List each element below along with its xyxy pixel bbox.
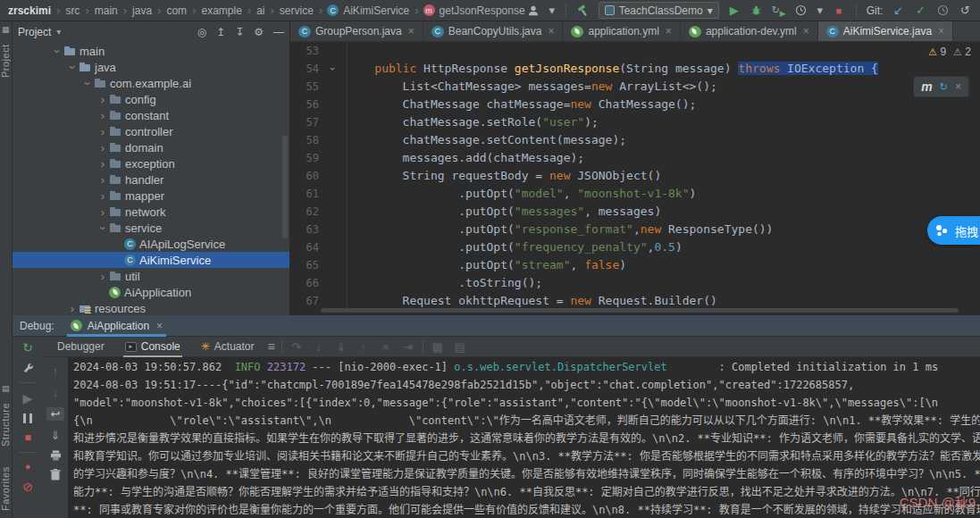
- view-breakpoints-icon[interactable]: ●: [25, 461, 31, 472]
- editor-tab[interactable]: application-dev.yml×: [681, 21, 818, 41]
- close-icon[interactable]: ×: [666, 25, 672, 38]
- chevron-right-icon[interactable]: ›: [96, 157, 109, 171]
- breadcrumb-item[interactable]: java: [131, 4, 153, 17]
- debug-tab-debugger[interactable]: Debugger: [50, 337, 112, 357]
- stop-button-debug[interactable]: ■: [24, 431, 30, 444]
- hide-panel-icon[interactable]: —: [273, 26, 284, 38]
- resume-button[interactable]: ▶: [23, 391, 33, 405]
- tree-item-config[interactable]: ›config: [13, 91, 289, 107]
- chevron-right-icon[interactable]: ›: [66, 302, 79, 315]
- run-with-coverage-button[interactable]: ↻▶: [772, 4, 786, 18]
- tree-item-handler[interactable]: ›handler: [13, 171, 289, 188]
- chevron-down-icon[interactable]: ›: [51, 45, 64, 57]
- debug-tab-actuator[interactable]: ✳Actuator: [194, 337, 262, 357]
- tree-item-aiapplication[interactable]: AiApplication: [13, 284, 289, 300]
- close-icon[interactable]: ×: [408, 25, 415, 38]
- tool-button-structure[interactable]: Structure: [0, 395, 13, 454]
- tree-item-domain[interactable]: ›domain: [13, 139, 289, 155]
- soft-wrap-icon[interactable]: ↩: [46, 407, 64, 421]
- pause-button[interactable]: [23, 414, 32, 423]
- tree-item-mapper[interactable]: ›mapper: [13, 188, 289, 204]
- debug-settings-wrench-icon[interactable]: [22, 363, 34, 374]
- chevron-down-icon[interactable]: ›: [96, 221, 110, 234]
- locate-file-icon[interactable]: ◎: [197, 26, 206, 38]
- chevron-down-icon[interactable]: ›: [81, 77, 95, 89]
- chevron-right-icon[interactable]: ›: [96, 125, 109, 138]
- tree-item-controller[interactable]: ›controller: [13, 123, 289, 139]
- rerun-button[interactable]: ↻: [22, 340, 33, 355]
- close-icon[interactable]: ×: [955, 80, 961, 93]
- breadcrumb-item[interactable]: example: [200, 4, 242, 17]
- expand-all-icon[interactable]: ↥: [216, 26, 225, 38]
- close-icon[interactable]: ×: [938, 25, 944, 38]
- git-history-button[interactable]: [935, 4, 950, 18]
- drag-assistant-button[interactable]: 拖拽: [927, 216, 980, 245]
- tree-item-main[interactable]: ›main: [13, 43, 289, 59]
- translate-widget[interactable]: m ↻ ×: [913, 76, 969, 97]
- debug-tab-console[interactable]: ▸Console: [118, 337, 188, 357]
- breadcrumb-item[interactable]: com: [165, 4, 188, 17]
- tree-item-constant[interactable]: ›constant: [13, 107, 289, 123]
- breadcrumb-item[interactable]: zrsckimi: [7, 4, 52, 17]
- project-panel-title[interactable]: Project: [18, 26, 51, 38]
- debug-button[interactable]: [750, 4, 764, 18]
- print-icon[interactable]: [50, 450, 62, 461]
- chevron-right-icon[interactable]: ›: [96, 270, 109, 283]
- editor-tab[interactable]: CAiKimiService.java×: [818, 21, 953, 41]
- run-to-cursor-icon[interactable]: ⇥: [400, 340, 416, 354]
- project-view-dropdown-icon[interactable]: ▾: [56, 27, 61, 37]
- refresh-icon[interactable]: ↻: [940, 81, 948, 93]
- tree-item-resources[interactable]: ›resources: [13, 300, 289, 315]
- git-commit-button[interactable]: ✓: [913, 4, 927, 18]
- inspection-widget[interactable]: ⚠ 9 ⚠ 2: [928, 46, 971, 58]
- close-icon[interactable]: ×: [156, 320, 163, 332]
- profiler-dropdown-icon[interactable]: ▾: [817, 4, 824, 18]
- navigate-down-icon[interactable]: ↓: [53, 386, 59, 399]
- tree-item-util[interactable]: ›util: [13, 268, 289, 284]
- tree-item-service[interactable]: ›service: [13, 220, 289, 236]
- project-settings-gear-icon[interactable]: ⚙: [254, 26, 264, 38]
- tree-item-java[interactable]: ›java: [13, 59, 289, 75]
- restore-layout-icon[interactable]: ▤: [452, 340, 468, 354]
- profiler-button[interactable]: [794, 4, 808, 18]
- chevron-down-icon[interactable]: ›: [66, 61, 80, 73]
- breadcrumb-item[interactable]: service: [279, 4, 314, 17]
- tool-button-favorites[interactable]: Favorites: [0, 461, 13, 516]
- clear-console-trash-icon[interactable]: [50, 469, 61, 480]
- tree-item-aiapilogservice[interactable]: CAIApiLogService: [13, 236, 289, 252]
- editor-tab[interactable]: CBeanCopyUtils.java×: [423, 21, 564, 41]
- tool-button-project[interactable]: Project: [0, 36, 13, 86]
- step-over-icon[interactable]: ↷: [289, 340, 305, 354]
- user-icon[interactable]: [526, 4, 540, 18]
- tree-item-aikimiservice[interactable]: CAiKimiService: [13, 252, 289, 268]
- chevron-right-icon[interactable]: ›: [96, 93, 109, 106]
- step-into-icon[interactable]: ↓: [311, 340, 327, 354]
- chevron-right-icon[interactable]: ›: [96, 173, 109, 187]
- close-icon[interactable]: ×: [548, 25, 554, 38]
- tree-item-com.example.ai[interactable]: ›com.example.ai: [13, 75, 289, 91]
- git-rollback-button[interactable]: ↺: [958, 4, 972, 18]
- breadcrumb-item[interactable]: src: [64, 4, 80, 17]
- drop-frame-icon[interactable]: ×: [378, 340, 394, 354]
- close-icon[interactable]: ×: [803, 25, 809, 38]
- git-update-button[interactable]: ↙: [891, 4, 905, 18]
- run-button[interactable]: ▶: [727, 4, 741, 18]
- editor-horizontal-scrollbar[interactable]: [321, 308, 959, 313]
- layout-grid-icon[interactable]: ▦: [430, 340, 446, 354]
- debug-session-tab[interactable]: AiApplication ×: [67, 315, 166, 337]
- chevron-right-icon[interactable]: ›: [96, 109, 109, 122]
- stop-button[interactable]: ■: [832, 4, 846, 18]
- step-out-icon[interactable]: ↑: [356, 340, 372, 354]
- user-dropdown-icon[interactable]: ▾: [549, 4, 556, 18]
- tree-item-exception[interactable]: ›exception: [13, 155, 289, 171]
- fold-marker-icon[interactable]: ›: [324, 66, 342, 72]
- build-hammer-icon[interactable]: [576, 4, 591, 18]
- navigate-up-icon[interactable]: ↑: [53, 364, 59, 378]
- force-step-into-icon[interactable]: ⇓: [333, 340, 349, 354]
- chevron-right-icon[interactable]: ›: [96, 205, 109, 219]
- run-configuration-select[interactable]: TeachClassDemo ▾: [599, 2, 719, 19]
- breadcrumb-item[interactable]: AiKimiService: [342, 4, 410, 17]
- breadcrumb-item[interactable]: main: [94, 4, 119, 17]
- chevron-right-icon[interactable]: ›: [96, 141, 109, 155]
- mute-breakpoints-icon[interactable]: ⊘: [22, 480, 33, 494]
